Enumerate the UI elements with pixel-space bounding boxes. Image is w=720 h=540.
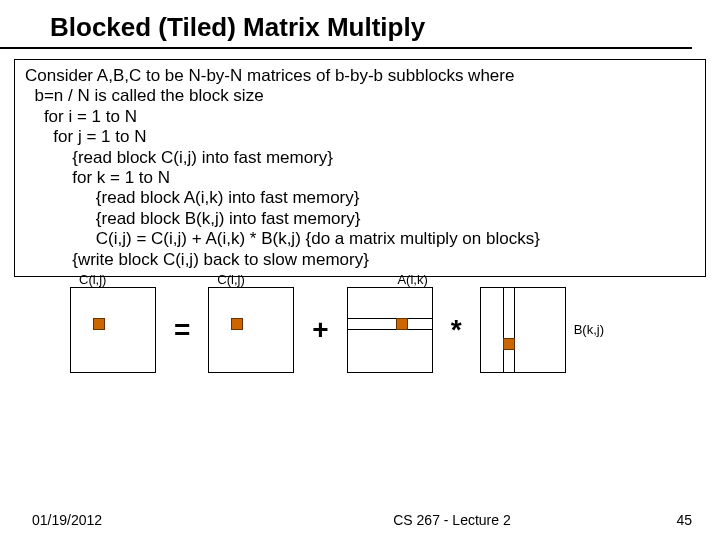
- matrix-a-label: A(i,k): [397, 272, 427, 287]
- code-line: {read block C(i,j) into fast memory}: [25, 148, 699, 168]
- matrix-c-label: C(i,j): [79, 272, 106, 287]
- algorithm-listing: Consider A,B,C to be N-by-N matrices of …: [14, 59, 706, 277]
- matrix-c-left: C(i,j): [70, 287, 156, 373]
- equals-op: =: [156, 314, 208, 346]
- code-line: {write block C(i,j) back to slow memory}: [25, 250, 699, 270]
- col-band: [503, 288, 515, 372]
- code-line: for k = 1 to N: [25, 168, 699, 188]
- plus-op: +: [294, 314, 346, 346]
- matrix-b: [480, 287, 566, 373]
- footer-date: 01/19/2012: [0, 512, 292, 528]
- code-line: b=n / N is called the block size: [25, 86, 699, 106]
- code-line: {read block A(i,k) into fast memory}: [25, 188, 699, 208]
- code-line: Consider A,B,C to be N-by-N matrices of …: [25, 66, 699, 86]
- row-band: [348, 318, 432, 330]
- times-op: *: [433, 314, 480, 346]
- footer-center: CS 267 - Lecture 2: [292, 512, 612, 528]
- code-line: C(i,j) = C(i,j) + A(i,k) * B(k,j) {do a …: [25, 229, 699, 249]
- code-line: {read block B(k,j) into fast memory}: [25, 209, 699, 229]
- code-line: for i = 1 to N: [25, 107, 699, 127]
- matrix-diagram: C(i,j) = C(i,j) + A(i,k) * B(k,j): [70, 287, 720, 373]
- footer-page: 45: [612, 512, 720, 528]
- code-line: for j = 1 to N: [25, 127, 699, 147]
- matrix-c-right: C(i,j): [208, 287, 294, 373]
- slide-title: Blocked (Tiled) Matrix Multiply: [0, 0, 692, 49]
- matrix-c-label: C(i,j): [217, 272, 244, 287]
- tile-icon: [503, 338, 515, 350]
- matrix-a: A(i,k): [347, 287, 433, 373]
- tile-icon: [93, 318, 105, 330]
- matrix-b-label: B(k,j): [566, 322, 604, 337]
- tile-icon: [231, 318, 243, 330]
- slide-footer: 01/19/2012 CS 267 - Lecture 2 45: [0, 512, 720, 528]
- tile-icon: [396, 318, 408, 330]
